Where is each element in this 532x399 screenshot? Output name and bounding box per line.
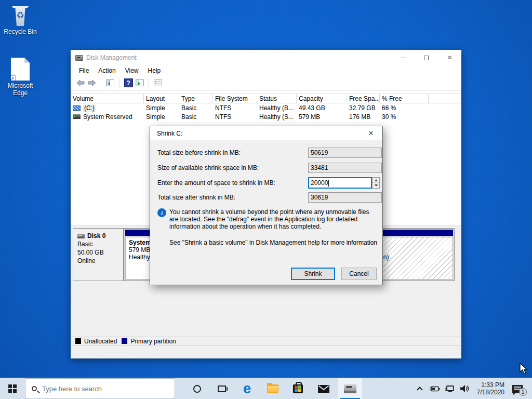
- forward-button[interactable]: [87, 78, 97, 87]
- shrink-amount-input[interactable]: 20000: [308, 177, 372, 189]
- desktop: ♻ Recycle Bin ↗ Microsoft Edge Disk Mana…: [0, 0, 532, 399]
- total-size-after-field: 30619: [308, 192, 382, 203]
- start-button[interactable]: [0, 378, 25, 399]
- window-title: Disk Management: [86, 54, 137, 61]
- toolbar-separator: [101, 78, 101, 88]
- show-action-pane-button[interactable]: [135, 78, 144, 87]
- recycle-symbol-icon: ♻: [12, 10, 29, 21]
- disk-status: Online: [77, 257, 119, 265]
- title-bar[interactable]: Disk Management ✕: [71, 50, 461, 65]
- cell-percent-free: 66 %: [380, 103, 429, 112]
- file-explorer-icon: [267, 384, 278, 393]
- volume-button[interactable]: [459, 385, 471, 392]
- spinner-down-button[interactable]: [373, 183, 379, 188]
- recycle-bin-icon: ♻: [12, 6, 29, 26]
- shrink-amount-spinner: [372, 177, 380, 189]
- action-center-button[interactable]: 1: [512, 385, 523, 393]
- toolbar: ?: [71, 75, 461, 91]
- clock-date: 7/18/2020: [476, 389, 504, 396]
- store-icon: [293, 384, 303, 393]
- system-tray: 1:33 PM 7/18/2020 1: [414, 378, 532, 399]
- tray-overflow-button[interactable]: [414, 385, 425, 392]
- forward-arrow-icon: [88, 79, 96, 86]
- page-fold-icon: [24, 58, 30, 63]
- back-button[interactable]: [76, 78, 85, 87]
- store-button[interactable]: [287, 378, 309, 399]
- cell-capacity: 49.43 GB: [297, 103, 347, 112]
- file-explorer-button[interactable]: [262, 378, 283, 399]
- shrink-button[interactable]: Shrink: [291, 268, 335, 280]
- column-header-volume[interactable]: Volume: [71, 94, 144, 103]
- field-label: Total size after shrink in MB:: [157, 194, 235, 201]
- cell-layout: Simple: [144, 103, 179, 112]
- up-arrow-icon: [375, 178, 378, 181]
- properties-icon: [154, 79, 162, 86]
- cancel-button[interactable]: Cancel: [341, 268, 377, 280]
- desktop-icon-label: Recycle Bin: [0, 28, 41, 35]
- edge-taskbar-button[interactable]: e: [236, 378, 258, 399]
- edge-icon: e: [243, 382, 251, 396]
- back-arrow-icon: [76, 79, 85, 86]
- windows-logo-icon: [8, 384, 17, 393]
- minimize-icon: [401, 58, 406, 58]
- help-button[interactable]: ?: [124, 78, 133, 87]
- column-header-status[interactable]: Status: [257, 94, 297, 103]
- text-caret: [328, 180, 329, 187]
- maximize-button[interactable]: [415, 50, 438, 65]
- mail-button[interactable]: [313, 378, 334, 399]
- column-header-capacity[interactable]: Capacity: [297, 94, 347, 103]
- field-label: Size of available shrink space in MB:: [157, 164, 259, 171]
- disk-name: Disk 0: [87, 232, 105, 240]
- column-header-filler: [429, 94, 461, 103]
- properties-button[interactable]: [153, 78, 163, 87]
- maximize-icon: [424, 56, 429, 60]
- search-input[interactable]: [42, 385, 151, 393]
- volume-name: System Reserved: [83, 113, 132, 121]
- column-header-file-system[interactable]: File System: [213, 94, 257, 103]
- shortcut-arrow-icon: ↗: [9, 75, 16, 82]
- edge-shortcut-icon: ↗: [11, 58, 30, 81]
- desktop-icon-microsoft-edge[interactable]: ↗ Microsoft Edge: [0, 55, 41, 97]
- cortana-button[interactable]: [187, 378, 208, 399]
- disk-management-taskbar-button[interactable]: [338, 378, 362, 399]
- network-status-button[interactable]: [444, 385, 456, 392]
- menu-action[interactable]: Action: [94, 66, 120, 75]
- show-console-tree-button[interactable]: [105, 78, 115, 87]
- disk-management-icon: [344, 384, 356, 393]
- column-header-percent-free[interactable]: % Free: [380, 94, 429, 103]
- menu-help[interactable]: Help: [143, 66, 166, 75]
- cortana-icon: [193, 385, 201, 393]
- cell-status: Healthy (B...: [257, 103, 297, 112]
- legend-bar: Unallocated Primary partition: [71, 337, 461, 345]
- total-size-before-field: 50619: [308, 148, 382, 158]
- column-header-type[interactable]: Type: [179, 94, 213, 103]
- column-header-layout[interactable]: Layout: [144, 94, 179, 103]
- menu-view[interactable]: View: [121, 66, 143, 75]
- task-view-button[interactable]: [211, 378, 232, 399]
- spinner-up-button[interactable]: [373, 178, 379, 183]
- task-view-icon: [218, 385, 226, 392]
- cell-type: Basic: [179, 112, 213, 121]
- cell-percent-free: 30 %: [380, 112, 429, 121]
- field-label: Enter the amount of space to shrink in M…: [157, 179, 275, 187]
- power-status-button[interactable]: [429, 385, 441, 392]
- dialog-close-button[interactable]: ✕: [360, 126, 382, 140]
- close-icon: ✕: [368, 129, 374, 137]
- close-button[interactable]: ✕: [438, 50, 461, 65]
- table-row[interactable]: (C:) Simple Basic NTFS Healthy (B... 49.…: [71, 103, 461, 112]
- taskbar-clock[interactable]: 1:33 PM 7/18/2020: [474, 381, 507, 396]
- console-tree-icon: [106, 79, 114, 86]
- dialog-title-bar[interactable]: Shrink C: ✕: [150, 126, 382, 140]
- shrink-amount-value: 20000: [311, 179, 328, 187]
- minimize-button[interactable]: [391, 50, 415, 65]
- action-pane-icon: [136, 79, 144, 86]
- table-row[interactable]: System Reserved Simple Basic NTFS Health…: [71, 112, 461, 121]
- disk0-panel[interactable]: Disk 0 Basic 50.00 GB Online: [73, 228, 124, 281]
- taskbar: e 1:33 PM 7/18/2020 1: [0, 378, 532, 399]
- volume-system-reserved-icon: [73, 114, 81, 119]
- column-header-free-space[interactable]: Free Spa...: [347, 94, 380, 103]
- dialog-title: Shrink C:: [157, 130, 182, 137]
- desktop-icon-recycle-bin[interactable]: ♻ Recycle Bin: [0, 4, 41, 35]
- menu-file[interactable]: File: [74, 66, 94, 75]
- taskbar-search[interactable]: [25, 378, 175, 399]
